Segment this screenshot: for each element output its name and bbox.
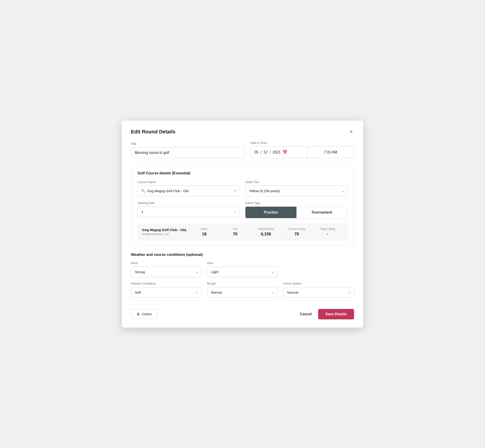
delete-button[interactable]: 🗑 Delete bbox=[131, 309, 157, 319]
wind-group: Wind Calm Light Moderate Strong Very Str… bbox=[131, 261, 202, 277]
wind-wrap: Calm Light Moderate Strong Very Strong ⌄ bbox=[131, 267, 202, 277]
yards-label: Yards(Yellow) bbox=[254, 227, 278, 231]
par-stat: Par 70 bbox=[219, 227, 250, 237]
tournament-button[interactable]: Tournament bbox=[297, 207, 348, 218]
green-speed-select[interactable]: Slow Normal Fast Very Fast bbox=[283, 287, 354, 298]
time-part[interactable]: 7:31 AM bbox=[307, 147, 354, 158]
course-info-location: Shelford Bottom, UK bbox=[142, 232, 189, 236]
golf-section-title: Golf Course details (Essential) bbox=[137, 171, 348, 175]
select-tee-label: Select Tee bbox=[245, 180, 348, 184]
game-type-label: Game Type bbox=[245, 201, 348, 205]
modal-title: Edit Round Details bbox=[131, 129, 176, 135]
fairway-group: Fairway Conditions Dry Normal Soft Wet ⌄ bbox=[131, 282, 202, 298]
course-info-row: Gog Magog Golf Club - Old, Shelford Bott… bbox=[137, 223, 348, 241]
holes-stat: Holes 18 bbox=[189, 227, 219, 237]
close-button[interactable]: × bbox=[348, 129, 354, 135]
title-field-group: Title bbox=[131, 142, 245, 158]
game-type-group: Game Type Practice Tournament bbox=[245, 201, 348, 218]
holes-label: Holes bbox=[193, 227, 216, 231]
fairway-label: Fairway Conditions bbox=[131, 282, 202, 285]
course-name-group: Course Name 🔍 ✕ bbox=[137, 180, 240, 196]
trash-icon: 🗑 bbox=[137, 312, 140, 316]
date-time-row: 05 / 12 / 2021 📅 7:31 AM bbox=[251, 146, 354, 158]
starting-hole-input[interactable]: 1 2 3 10 bbox=[137, 207, 240, 217]
rough-select[interactable]: Short Normal Long bbox=[207, 287, 278, 298]
conditions-row: Fairway Conditions Dry Normal Soft Wet ⌄… bbox=[131, 282, 354, 298]
green-speed-wrap: Slow Normal Fast Very Fast ⌄ bbox=[283, 287, 354, 298]
edit-round-modal: Edit Round Details × Title Date & Time 0… bbox=[122, 121, 363, 328]
weather-section: Weather and course conditions (optional)… bbox=[131, 253, 354, 298]
select-tee-input[interactable]: Yellow (6,156 yards) Red (5,400 yards) W… bbox=[245, 185, 348, 196]
weather-title: Weather and course conditions (optional) bbox=[131, 253, 354, 257]
course-name-input[interactable] bbox=[147, 186, 232, 196]
starting-hole-label: Starting Hole bbox=[137, 201, 240, 205]
save-button[interactable]: Save Details bbox=[318, 309, 354, 319]
starting-hole-group: Starting Hole 1 2 3 10 ⌄ bbox=[137, 201, 240, 218]
modal-footer: 🗑 Delete Cancel Save Details bbox=[131, 304, 354, 319]
title-input[interactable] bbox=[131, 147, 245, 158]
course-tee-row: Course Name 🔍 ✕ Select Tee Yellow (6,156… bbox=[137, 180, 348, 196]
cancel-button[interactable]: Cancel bbox=[300, 312, 312, 316]
course-info-name-text: Gog Magog Golf Club - Old, bbox=[142, 228, 189, 232]
golf-course-section: Golf Course details (Essential) Course N… bbox=[131, 165, 354, 246]
rough-wrap: Short Normal Long ⌄ bbox=[207, 287, 278, 298]
rain-select[interactable]: None Light Moderate Heavy bbox=[207, 267, 278, 277]
yards-stat: Yards(Yellow) 6,156 bbox=[251, 227, 281, 237]
time-text: 7:31 AM bbox=[324, 150, 337, 154]
fairway-select[interactable]: Dry Normal Soft Wet bbox=[131, 287, 202, 298]
game-type-toggle: Practice Tournament bbox=[245, 207, 348, 218]
fairway-wrap: Dry Normal Soft Wet ⌄ bbox=[131, 287, 202, 298]
course-name-input-wrap[interactable]: 🔍 ✕ bbox=[137, 185, 240, 196]
rain-label: Rain bbox=[207, 261, 278, 265]
wind-rain-row: Wind Calm Light Moderate Strong Very Str… bbox=[131, 261, 354, 277]
par-label: Par bbox=[223, 227, 247, 231]
wind-select[interactable]: Calm Light Moderate Strong Very Strong bbox=[131, 267, 202, 277]
rough-label: Rough bbox=[207, 282, 278, 285]
yards-value: 6,156 bbox=[254, 232, 278, 237]
course-name-label: Course Name bbox=[137, 180, 240, 184]
green-speed-label: Green Speed bbox=[283, 282, 354, 285]
date-part[interactable]: 05 / 12 / 2021 📅 bbox=[251, 147, 307, 158]
select-tee-wrap: Yellow (6,156 yards) Red (5,400 yards) W… bbox=[245, 185, 348, 196]
date-label: Date & Time bbox=[251, 141, 354, 144]
search-icon: 🔍 bbox=[141, 189, 145, 193]
top-fields: Title Date & Time 05 / 12 / 2021 📅 7 bbox=[131, 141, 354, 158]
course-rating-value: 70 bbox=[285, 232, 308, 237]
select-tee-group: Select Tee Yellow (6,156 yards) Red (5,4… bbox=[245, 180, 348, 196]
footer-right: Cancel Save Details bbox=[300, 309, 354, 319]
course-rating-stat: Course rating 70 bbox=[281, 227, 312, 237]
holes-value: 18 bbox=[193, 232, 216, 237]
modal-header: Edit Round Details × bbox=[131, 129, 354, 135]
rain-wrap: None Light Moderate Heavy ⌄ bbox=[207, 267, 278, 277]
course-info-name: Gog Magog Golf Club - Old, Shelford Bott… bbox=[142, 228, 189, 236]
clear-icon[interactable]: ✕ bbox=[233, 189, 236, 193]
calendar-icon: 📅 bbox=[282, 150, 287, 155]
date-field-group: Date & Time 05 / 12 / 2021 📅 7:31 AM bbox=[251, 141, 354, 158]
par-value: 70 bbox=[223, 232, 247, 237]
slope-rating-label: Slope rating bbox=[316, 227, 339, 231]
course-rating-label: Course rating bbox=[285, 227, 308, 231]
starting-hole-wrap: 1 2 3 10 ⌄ bbox=[137, 207, 240, 217]
hole-gametype-row: Starting Hole 1 2 3 10 ⌄ Game Type Pract… bbox=[137, 201, 348, 218]
green-speed-group: Green Speed Slow Normal Fast Very Fast ⌄ bbox=[283, 282, 354, 298]
slope-rating-value: - bbox=[316, 232, 339, 237]
delete-label: Delete bbox=[142, 312, 152, 316]
slope-rating-stat: Slope rating - bbox=[312, 227, 343, 237]
wind-label: Wind bbox=[131, 261, 202, 265]
date-text: 05 / 12 / 2021 bbox=[254, 150, 281, 154]
title-label: Title bbox=[131, 142, 245, 145]
rough-group: Rough Short Normal Long ⌄ bbox=[207, 282, 278, 298]
practice-button[interactable]: Practice bbox=[245, 207, 297, 218]
rain-group: Rain None Light Moderate Heavy ⌄ bbox=[207, 261, 278, 277]
